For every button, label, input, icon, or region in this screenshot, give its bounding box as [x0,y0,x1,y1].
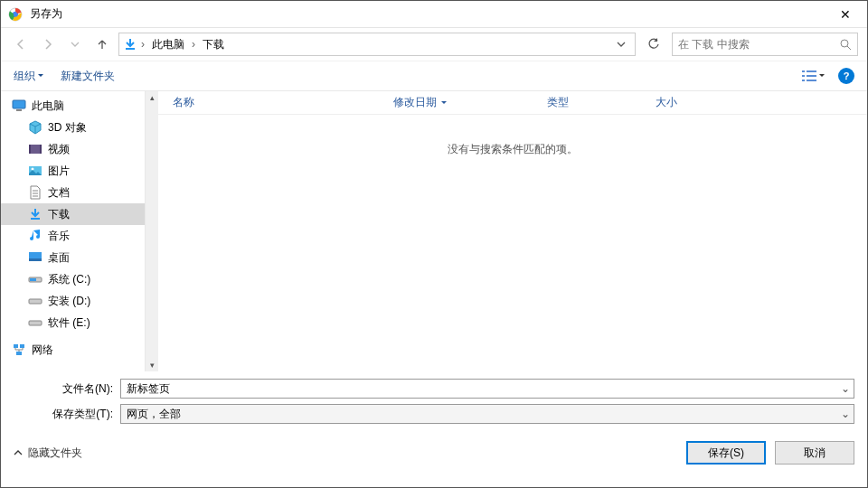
up-button[interactable] [91,33,113,55]
toolbar: 组织 新建文件夹 ? [1,61,867,91]
cancel-button[interactable]: 取消 [775,441,854,465]
svg-rect-10 [807,80,816,81]
chevron-right-icon: › [141,38,145,51]
address-dropdown[interactable] [611,40,631,49]
tree-item-desktop[interactable]: 桌面 [1,247,145,268]
svg-rect-13 [29,145,42,154]
drive-icon [28,294,42,308]
tree-item-pictures[interactable]: 图片 [1,160,145,182]
svg-rect-26 [29,299,42,304]
hide-folders-label: 隐藏文件夹 [28,446,82,461]
filename-field[interactable]: 新标签页⌄ [120,379,854,399]
tree-scrollbar[interactable]: ▴▾ [146,91,158,371]
video-icon [28,142,42,156]
view-options[interactable] [802,70,826,82]
col-name[interactable]: 名称 [158,95,393,110]
svg-rect-5 [802,70,805,72]
nav-row: › 此电脑 › 下载 [1,28,867,61]
filetype-value: 网页，全部 [127,407,181,422]
tree-item-documents[interactable]: 文档 [1,182,145,203]
svg-rect-21 [31,218,40,220]
organize-menu[interactable]: 组织 [14,69,44,84]
svg-point-3 [841,40,848,47]
tree-label: 桌面 [48,250,70,266]
svg-rect-11 [13,100,25,108]
svg-rect-27 [29,321,42,325]
tree-label: 安装 (D:) [48,294,90,309]
search-box[interactable] [672,33,858,56]
drive-icon [28,272,42,286]
svg-rect-6 [807,70,816,72]
network-icon [12,343,26,357]
svg-rect-28 [14,344,18,348]
footer: 隐藏文件夹 保存(S) 取消 [1,433,867,473]
empty-state: 没有与搜索条件匹配的项。 [158,115,867,371]
svg-rect-30 [16,352,22,355]
monitor-icon [12,99,26,113]
search-input[interactable] [678,38,840,51]
tree-item-music[interactable]: 音乐 [1,225,145,247]
new-folder-button[interactable]: 新建文件夹 [61,69,115,84]
tree-item-drive-e[interactable]: 软件 (E:) [1,312,145,333]
recent-dropdown[interactable] [64,33,86,55]
col-size[interactable]: 大小 [656,95,746,110]
back-button[interactable] [10,33,32,55]
pictures-icon [28,164,42,178]
save-button[interactable]: 保存(S) [686,441,766,465]
drive-icon [28,315,42,330]
svg-rect-12 [16,109,22,111]
chrome-icon [8,7,23,22]
tree-label: 视频 [48,142,70,157]
help-button[interactable]: ? [838,68,854,84]
tree-item-videos[interactable]: 视频 [1,138,145,160]
tree-item-drive-c[interactable]: 系统 (C:) [1,268,145,290]
window-title: 另存为 [30,6,831,22]
cube-icon [28,120,42,135]
tree-item-downloads[interactable]: 下载 [1,203,145,225]
svg-rect-29 [20,344,24,348]
col-date[interactable]: 修改日期 [393,95,547,110]
svg-line-4 [847,46,851,50]
tree-label: 系统 (C:) [48,272,90,287]
tree-item-drive-d[interactable]: 安装 (D:) [1,290,145,312]
col-type[interactable]: 类型 [547,95,656,110]
chevron-down-icon[interactable]: ⌄ [841,408,850,420]
music-icon [28,229,42,243]
tree-label: 此电脑 [32,99,64,114]
filetype-label: 保存类型(T): [14,407,120,422]
address-bar[interactable]: › 此电脑 › 下载 [118,33,636,56]
svg-rect-23 [29,258,42,261]
chevron-down-icon[interactable]: ⌄ [841,382,850,395]
path-segment-root[interactable]: 此电脑 [148,37,188,52]
filename-value: 新标签页 [127,381,170,397]
nav-tree[interactable]: 此电脑 3D 对象 视频 图片 文档 下载 音乐 桌面 系统 (C:) 安装 (… [1,91,146,371]
filetype-field[interactable]: 网页，全部⌄ [120,404,854,424]
tree-label: 下载 [48,207,70,222]
sort-desc-icon [440,99,448,107]
chevron-right-icon: › [192,38,195,51]
refresh-button[interactable] [641,33,666,56]
tree-label: 文档 [48,185,70,201]
tree-label: 软件 (E:) [48,315,90,331]
svg-rect-8 [807,75,816,77]
path-segment-current[interactable]: 下载 [199,37,228,52]
tree-item-network[interactable]: 网络 [1,339,145,361]
tree-label: 图片 [48,164,70,179]
titlebar: 另存为 ✕ [1,1,867,28]
file-list: 名称 修改日期 类型 大小 没有与搜索条件匹配的项。 [158,91,867,371]
forward-button[interactable] [37,33,59,55]
tree-label: 3D 对象 [48,120,87,136]
hide-folders-toggle[interactable]: 隐藏文件夹 [14,446,82,461]
downloads-path-icon [123,37,137,52]
close-button[interactable]: ✕ [831,7,860,22]
tree-item-this-pc[interactable]: 此电脑 [1,95,145,117]
tree-label: 音乐 [48,229,70,244]
chevron-up-icon [14,448,23,457]
save-form: 文件名(N): 新标签页⌄ 保存类型(T): 网页，全部⌄ [1,371,867,433]
column-headers: 名称 修改日期 类型 大小 [158,91,867,115]
main-area: 此电脑 3D 对象 视频 图片 文档 下载 音乐 桌面 系统 (C:) 安装 (… [1,91,867,371]
download-icon [28,207,42,221]
svg-rect-2 [126,48,135,50]
document-icon [28,185,42,200]
tree-item-3d[interactable]: 3D 对象 [1,117,145,138]
